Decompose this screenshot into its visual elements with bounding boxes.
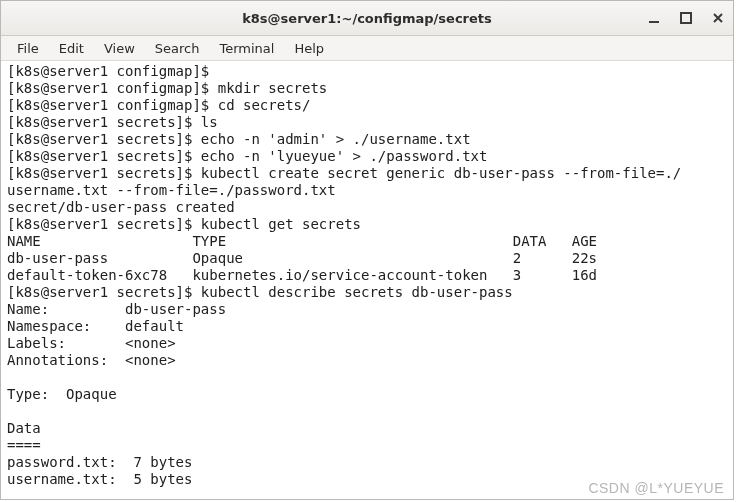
terminal-line: password.txt: 7 bytes xyxy=(7,454,192,470)
terminal-line: Labels: <none> xyxy=(7,335,176,351)
terminal-line: ==== xyxy=(7,437,41,453)
terminal-line: [k8s@server1 configmap]$ cd secrets/ xyxy=(7,97,310,113)
terminal-line: [k8s@server1 secrets]$ ls xyxy=(7,114,218,130)
terminal-line: [k8s@server1 configmap]$ mkdir secrets xyxy=(7,80,327,96)
terminal-line: secret/db-user-pass created xyxy=(7,199,235,215)
terminal-area[interactable]: [k8s@server1 configmap]$ [k8s@server1 co… xyxy=(1,61,733,499)
svg-rect-1 xyxy=(681,13,691,23)
terminal-line: username.txt: 5 bytes xyxy=(7,471,192,487)
terminal-line: [k8s@server1 configmap]$ xyxy=(7,63,218,79)
titlebar[interactable]: k8s@server1:~/configmap/secrets xyxy=(1,1,733,36)
terminal-line: NAME TYPE DATA AGE xyxy=(7,233,597,249)
minimize-button[interactable] xyxy=(645,9,663,27)
terminal-line: [k8s@server1 secrets]$ kubectl get secre… xyxy=(7,216,361,232)
terminal-line: default-token-6xc78 kubernetes.io/servic… xyxy=(7,267,597,283)
terminal-line: [k8s@server1 secrets]$ echo -n 'lyueyue'… xyxy=(7,148,487,164)
window-controls xyxy=(645,1,727,35)
terminal-line: db-user-pass Opaque 2 22s xyxy=(7,250,597,266)
menu-terminal[interactable]: Terminal xyxy=(209,39,284,58)
close-button[interactable] xyxy=(709,9,727,27)
svg-rect-0 xyxy=(649,21,659,23)
terminal-window: k8s@server1:~/configmap/secrets File Edi… xyxy=(0,0,734,500)
maximize-button[interactable] xyxy=(677,9,695,27)
terminal-line: Type: Opaque xyxy=(7,386,117,402)
terminal-line: Name: db-user-pass xyxy=(7,301,226,317)
menu-search[interactable]: Search xyxy=(145,39,210,58)
terminal-line: username.txt --from-file=./password.txt xyxy=(7,182,336,198)
window-title: k8s@server1:~/configmap/secrets xyxy=(1,11,733,26)
terminal-line: Namespace: default xyxy=(7,318,184,334)
terminal-line: [k8s@server1 secrets]$ echo -n 'admin' >… xyxy=(7,131,471,147)
menu-edit[interactable]: Edit xyxy=(49,39,94,58)
menu-file[interactable]: File xyxy=(7,39,49,58)
terminal-line: [k8s@server1 secrets]$ kubectl describe … xyxy=(7,284,513,300)
menu-view[interactable]: View xyxy=(94,39,145,58)
menu-help[interactable]: Help xyxy=(284,39,334,58)
terminal-line: Data xyxy=(7,420,41,436)
terminal-line: Annotations: <none> xyxy=(7,352,176,368)
terminal-line: [k8s@server1 secrets]$ kubectl create se… xyxy=(7,165,681,181)
menubar: File Edit View Search Terminal Help xyxy=(1,36,733,61)
